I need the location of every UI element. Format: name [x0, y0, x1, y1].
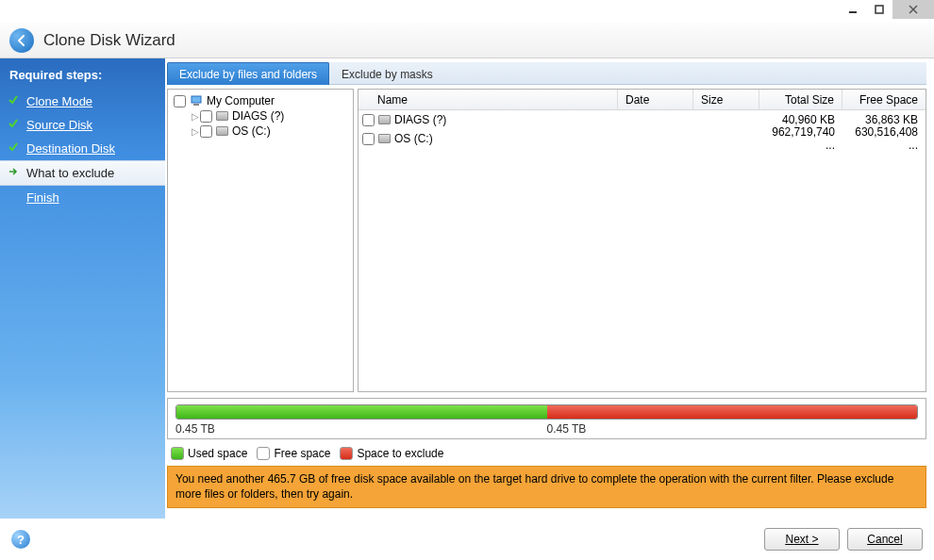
- titlebar: [0, 0, 934, 23]
- tab-exclude-files[interactable]: Exclude by files and folders: [167, 62, 329, 85]
- swatch-free: [257, 447, 270, 460]
- tree-root-label: My Computer: [207, 94, 275, 107]
- swatch-used: [171, 447, 184, 460]
- col-free[interactable]: Free Space: [842, 90, 926, 109]
- row-name: DIAGS (?): [394, 113, 446, 126]
- legend-used: Used space: [188, 447, 247, 460]
- list-row[interactable]: OS (C:) 962,719,740 ... 630,516,408 ...: [359, 129, 926, 148]
- step-label: What to exclude: [26, 166, 114, 180]
- step-what-to-exclude[interactable]: What to exclude: [0, 160, 165, 186]
- svg-rect-5: [193, 104, 199, 106]
- expand-icon[interactable]: ▷: [191, 111, 200, 122]
- disk-icon: [378, 134, 391, 143]
- tree-root-row[interactable]: My Computer: [174, 93, 347, 108]
- legend: Used space Free space Space to exclude: [167, 439, 926, 466]
- disk-icon: [378, 115, 391, 124]
- row-total: 40,960 KB: [759, 113, 842, 126]
- help-button[interactable]: ?: [11, 530, 30, 549]
- col-name[interactable]: Name: [359, 90, 618, 109]
- row-free: 36,863 KB: [842, 113, 926, 126]
- header: Clone Disk Wizard: [0, 23, 934, 58]
- content: Exclude by files and folders Exclude by …: [165, 58, 934, 519]
- tabs: Exclude by files and folders Exclude by …: [167, 62, 926, 85]
- step-finish[interactable]: Finish: [0, 186, 165, 209]
- row-name: OS (C:): [394, 132, 433, 145]
- step-label: Source Disk: [26, 118, 92, 132]
- step-label: Clone Mode: [26, 94, 92, 108]
- tree-item-label: DIAGS (?): [232, 109, 284, 123]
- check-icon: [8, 141, 21, 156]
- cancel-button[interactable]: Cancel: [847, 528, 923, 551]
- svg-rect-1: [876, 6, 883, 13]
- maximize-button[interactable]: [866, 0, 892, 19]
- tree-pane: My Computer ▷ DIAGS (?) ▷ OS (C:): [167, 89, 354, 392]
- tree-checkbox[interactable]: [200, 110, 212, 123]
- sidebar-heading: Required steps:: [0, 64, 165, 90]
- svg-rect-4: [192, 96, 201, 103]
- check-icon: [8, 94, 21, 108]
- bar-used-segment: [176, 405, 547, 419]
- minimize-button[interactable]: [840, 0, 866, 19]
- step-source-disk[interactable]: Source Disk: [0, 113, 165, 137]
- row-checkbox[interactable]: [362, 114, 375, 126]
- col-size[interactable]: Size: [693, 90, 759, 109]
- check-icon: [8, 118, 21, 132]
- close-button[interactable]: [892, 0, 934, 19]
- bar-exclude-segment: [547, 405, 918, 419]
- tree-checkbox[interactable]: [200, 125, 212, 138]
- space-bar: 0.45 TB 0.45 TB: [167, 398, 926, 439]
- step-label: Destination Disk: [26, 141, 115, 156]
- warning-message: You need another 465.7 GB of free disk s…: [167, 466, 926, 508]
- tree-item-os[interactable]: ▷ OS (C:): [174, 124, 347, 139]
- bar-used-label: 0.45 TB: [175, 422, 547, 436]
- col-date[interactable]: Date: [618, 90, 693, 109]
- footer: ? Next > Cancel: [0, 519, 934, 560]
- step-destination-disk[interactable]: Destination Disk: [0, 137, 165, 160]
- step-label: Finish: [26, 190, 59, 205]
- bar-exclude-label: 0.45 TB: [547, 422, 587, 436]
- tree-checkbox[interactable]: [174, 95, 186, 107]
- next-button[interactable]: Next >: [764, 528, 840, 551]
- page-title: Clone Disk Wizard: [43, 31, 175, 50]
- computer-icon: [190, 94, 203, 107]
- expand-icon[interactable]: ▷: [191, 126, 200, 137]
- back-button[interactable]: [9, 28, 34, 53]
- list-pane: Name Date Size Total Size Free Space DIA…: [358, 89, 926, 392]
- legend-exclude: Space to exclude: [357, 447, 443, 460]
- sidebar: Required steps: Clone Mode Source Disk D…: [0, 58, 165, 519]
- tree-item-diags[interactable]: ▷ DIAGS (?): [174, 108, 347, 124]
- row-checkbox[interactable]: [362, 133, 375, 145]
- disk-icon: [216, 111, 228, 121]
- tree-item-label: OS (C:): [232, 124, 271, 138]
- row-total: 962,719,740 ...: [759, 125, 842, 152]
- arrow-icon: [8, 166, 21, 180]
- tab-exclude-masks[interactable]: Exclude by masks: [329, 62, 445, 85]
- disk-icon: [216, 126, 228, 136]
- legend-free: Free space: [274, 447, 330, 460]
- step-clone-mode[interactable]: Clone Mode: [0, 90, 165, 113]
- list-header: Name Date Size Total Size Free Space: [359, 90, 926, 110]
- col-total[interactable]: Total Size: [759, 90, 842, 109]
- swatch-exclude: [340, 447, 353, 460]
- row-free: 630,516,408 ...: [842, 125, 926, 152]
